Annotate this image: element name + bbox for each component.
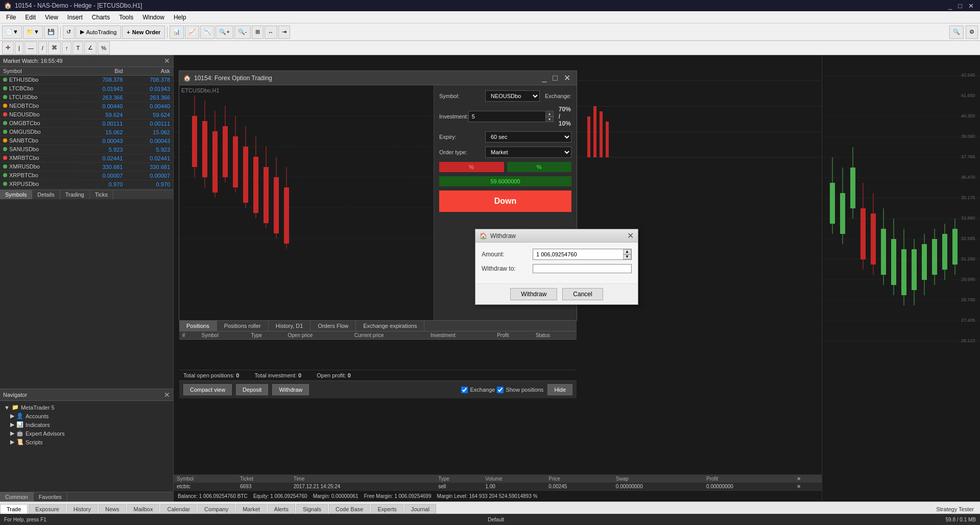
market-watch-row[interactable]: OMGBTCbo 0.00111 0.00111 (0, 119, 173, 128)
market-watch-row[interactable]: NEOBTCbo 0.00440 0.00440 (0, 102, 173, 110)
exchange-checkbox[interactable] (461, 387, 468, 393)
toolbar-zoom-in[interactable]: 🔍+ (216, 26, 233, 39)
expiry-select[interactable]: 60 sec (485, 131, 571, 142)
toolbar2-line-draw[interactable]: / (38, 41, 47, 55)
tab-positions-roller[interactable]: Positions roller (217, 321, 269, 331)
nav-indicators[interactable]: ▶ 📊 Indicators (2, 420, 171, 429)
tab-market[interactable]: Market (236, 504, 267, 514)
market-watch-row[interactable]: SANUSDbo 5.923 5.923 (0, 145, 173, 154)
compact-view-button[interactable]: Compact view (183, 384, 232, 395)
navigator-close[interactable]: ✕ (164, 391, 170, 399)
toolbar2-text[interactable]: T (73, 41, 83, 55)
toolbar-new-btn[interactable]: 📄▼ (2, 26, 22, 39)
menu-edit[interactable]: Edit (21, 13, 40, 22)
withdraw-to-input[interactable] (533, 264, 632, 273)
tab-experts[interactable]: Experts (371, 504, 403, 514)
toolbar2-crosshair[interactable]: ✛ (2, 41, 14, 55)
toolbar-undo-btn[interactable]: ↺ (63, 26, 75, 39)
toolbar-save-btn[interactable]: 💾 (44, 26, 58, 39)
toolbar2-line-v[interactable]: | (15, 41, 23, 55)
tab-positions[interactable]: Positions (179, 321, 217, 331)
market-watch-row[interactable]: XMRBTCbo 0.02441 0.02441 (0, 154, 173, 162)
new-order-button[interactable]: + New Order (122, 26, 165, 39)
menu-view[interactable]: View (41, 13, 62, 22)
tab-company[interactable]: Company (198, 504, 235, 514)
forex-maximize[interactable]: □ (551, 73, 560, 83)
tab-mailbox[interactable]: Mailbox (127, 504, 160, 514)
modal-cancel-button[interactable]: Cancel (562, 288, 603, 300)
toolbar-chart-bar[interactable]: 📊 (170, 26, 184, 39)
investment-input[interactable] (468, 111, 545, 122)
tab-exchange-exp[interactable]: Exchange expirations (356, 321, 424, 331)
modal-close-button[interactable]: ✕ (627, 231, 634, 241)
menu-charts[interactable]: Charts (88, 13, 114, 22)
toolbar-grid[interactable]: ⊞ (252, 26, 264, 39)
market-watch-row[interactable]: OMGUSDbo 15.062 15.062 (0, 128, 173, 136)
symbol-select[interactable]: NEOUSDbo (485, 90, 540, 102)
toolbar-settings[interactable]: ⚙ (966, 26, 978, 39)
amount-input[interactable] (533, 250, 623, 258)
market-watch-row[interactable]: NEOUSDbo 59.624 59.624 (0, 110, 173, 119)
minimize-button[interactable]: _ (946, 2, 954, 10)
show-positions-checkbox[interactable] (497, 387, 504, 393)
withdraw-button[interactable]: Withdraw (272, 384, 309, 395)
toolbar2-arrow-up[interactable]: ↑ (62, 41, 72, 55)
tab-trade[interactable]: Trade (0, 504, 28, 514)
th-close[interactable]: ✕ (794, 475, 822, 483)
toolbar2-fib[interactable]: ⌘ (48, 41, 61, 55)
toolbar-scroll[interactable]: ↔ (265, 26, 277, 39)
toolbar-chart-line[interactable]: 📈 (185, 26, 199, 39)
menu-insert[interactable]: Insert (63, 13, 87, 22)
market-watch-row[interactable]: XRPBTCbo 0.00007 0.00007 (0, 171, 173, 180)
hide-button[interactable]: Hide (547, 384, 572, 395)
tab-history[interactable]: History (67, 504, 98, 514)
modal-withdraw-button[interactable]: Withdraw (510, 288, 557, 300)
forex-minimize[interactable]: _ (540, 73, 548, 83)
menu-window[interactable]: Window (138, 13, 169, 22)
menu-file[interactable]: File (2, 13, 20, 22)
toolbar-open-btn[interactable]: 📁▼ (23, 26, 43, 39)
market-watch-row[interactable]: LTCBCbo 0.01943 0.01943 (0, 84, 173, 93)
tab-news[interactable]: News (99, 504, 126, 514)
tab-orders-flow[interactable]: Orders Flow (310, 321, 356, 331)
close-button[interactable]: ✕ (966, 2, 976, 10)
tab-journal[interactable]: Journal (404, 504, 436, 514)
nav-tab-favorites[interactable]: Favorites (34, 492, 67, 502)
tab-signals[interactable]: Signals (296, 504, 328, 514)
tab-exposure[interactable]: Exposure (29, 504, 65, 514)
toolbar-search[interactable]: 🔍 (949, 26, 964, 39)
toolbar2-angle[interactable]: ∠ (84, 41, 97, 55)
menu-help[interactable]: Help (170, 13, 190, 22)
tab-details[interactable]: Details (32, 190, 60, 199)
market-watch-close[interactable]: ✕ (164, 57, 170, 65)
forex-close[interactable]: ✕ (562, 73, 572, 83)
td-close-row[interactable]: ✕ (794, 483, 822, 490)
nav-accounts[interactable]: ▶ 👤 Accounts (2, 412, 171, 420)
down-button[interactable]: Down (439, 190, 571, 212)
tab-alerts[interactable]: Alerts (268, 504, 295, 514)
tab-symbols[interactable]: Symbols (0, 190, 32, 199)
tab-codebase[interactable]: Code Base (329, 504, 370, 514)
autotrading-button[interactable]: ▶ AutoTrading (76, 26, 122, 39)
market-watch-row[interactable]: LTCUSDbo 263.366 263.366 (0, 93, 173, 102)
nav-scripts[interactable]: ▶ 📜 Scripts (2, 438, 171, 446)
toolbar-zoom-out[interactable]: 🔍- (234, 26, 251, 39)
deposit-button[interactable]: Deposit (236, 384, 268, 395)
menu-tools[interactable]: Tools (115, 13, 137, 22)
nav-tab-common[interactable]: Common (0, 492, 34, 502)
maximize-button[interactable]: □ (956, 2, 964, 10)
tab-calendar[interactable]: Calendar (160, 504, 197, 514)
toolbar-auto-scroll[interactable]: ⇥ (278, 26, 290, 39)
order-type-select[interactable]: Market (485, 147, 571, 158)
tab-trading[interactable]: Trading (60, 190, 90, 199)
market-watch-row[interactable]: XMRUSDbo 330.681 330.681 (0, 162, 173, 171)
amount-spinner-down[interactable]: ▼ (623, 254, 631, 259)
tab-ticks[interactable]: Ticks (90, 190, 113, 199)
nav-metatrader5[interactable]: ▼ 📁 MetaTrader 5 (2, 403, 171, 412)
market-watch-row[interactable]: SANBTCbo 0.00043 0.00043 (0, 136, 173, 145)
spinbox-up[interactable]: ▲ (545, 111, 554, 116)
toolbar2-line-h[interactable]: — (25, 41, 37, 55)
strategy-tester-tab[interactable]: Strategy Tester (930, 505, 980, 514)
amount-spinner-up[interactable]: ▲ (623, 249, 631, 254)
toolbar-chart-candle[interactable]: 📉 (200, 26, 214, 39)
